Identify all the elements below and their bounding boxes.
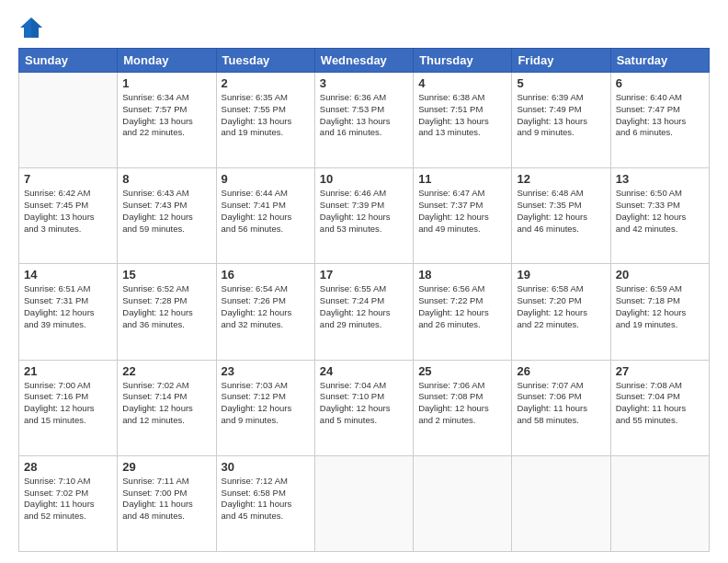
day-info: Sunrise: 7:00 AM Sunset: 7:16 PM Dayligh…	[24, 380, 112, 427]
calendar-cell: 18Sunrise: 6:56 AM Sunset: 7:22 PM Dayli…	[414, 264, 512, 360]
day-info: Sunrise: 6:46 AM Sunset: 7:39 PM Dayligh…	[320, 188, 408, 235]
day-info: Sunrise: 7:10 AM Sunset: 7:02 PM Dayligh…	[24, 476, 112, 523]
calendar-cell: 2Sunrise: 6:35 AM Sunset: 7:55 PM Daylig…	[216, 73, 314, 168]
day-number: 22	[122, 364, 210, 378]
weekday-header-row: SundayMondayTuesdayWednesdayThursdayFrid…	[19, 49, 710, 73]
calendar-cell: 25Sunrise: 7:06 AM Sunset: 7:08 PM Dayli…	[414, 360, 512, 455]
calendar-week-row: 7Sunrise: 6:42 AM Sunset: 7:45 PM Daylig…	[19, 168, 710, 264]
day-number: 3	[320, 76, 408, 90]
day-number: 26	[517, 364, 605, 378]
day-info: Sunrise: 6:40 AM Sunset: 7:47 PM Dayligh…	[616, 92, 704, 139]
day-info: Sunrise: 6:55 AM Sunset: 7:24 PM Dayligh…	[320, 283, 408, 330]
day-number: 1	[122, 76, 210, 90]
day-number: 14	[24, 268, 112, 282]
day-number: 5	[517, 76, 605, 90]
day-number: 10	[320, 172, 408, 186]
day-info: Sunrise: 6:48 AM Sunset: 7:35 PM Dayligh…	[517, 188, 605, 235]
calendar-cell: 3Sunrise: 6:36 AM Sunset: 7:53 PM Daylig…	[314, 73, 413, 168]
calendar-cell: 11Sunrise: 6:47 AM Sunset: 7:37 PM Dayli…	[414, 168, 512, 264]
day-info: Sunrise: 6:39 AM Sunset: 7:49 PM Dayligh…	[517, 92, 605, 139]
day-info: Sunrise: 6:44 AM Sunset: 7:41 PM Dayligh…	[222, 188, 310, 235]
day-number: 12	[517, 172, 605, 186]
calendar-cell: 21Sunrise: 7:00 AM Sunset: 7:16 PM Dayli…	[19, 360, 118, 455]
day-info: Sunrise: 6:52 AM Sunset: 7:28 PM Dayligh…	[122, 283, 210, 330]
calendar-cell: 30Sunrise: 7:12 AM Sunset: 6:58 PM Dayli…	[216, 455, 314, 551]
day-info: Sunrise: 6:36 AM Sunset: 7:53 PM Dayligh…	[320, 92, 408, 139]
calendar-cell: 26Sunrise: 7:07 AM Sunset: 7:06 PM Dayli…	[512, 360, 610, 455]
weekday-header-saturday: Saturday	[610, 49, 709, 73]
calendar-cell: 27Sunrise: 7:08 AM Sunset: 7:04 PM Dayli…	[610, 360, 709, 455]
calendar-cell: 17Sunrise: 6:55 AM Sunset: 7:24 PM Dayli…	[314, 264, 413, 360]
calendar-cell: 19Sunrise: 6:58 AM Sunset: 7:20 PM Dayli…	[512, 264, 610, 360]
calendar-cell	[512, 455, 610, 551]
day-info: Sunrise: 7:03 AM Sunset: 7:12 PM Dayligh…	[222, 380, 310, 427]
day-info: Sunrise: 6:59 AM Sunset: 7:18 PM Dayligh…	[616, 283, 704, 330]
weekday-header-friday: Friday	[512, 49, 610, 73]
weekday-header-thursday: Thursday	[414, 49, 512, 73]
day-info: Sunrise: 6:54 AM Sunset: 7:26 PM Dayligh…	[222, 283, 310, 330]
day-info: Sunrise: 6:47 AM Sunset: 7:37 PM Dayligh…	[418, 188, 506, 235]
calendar-cell: 23Sunrise: 7:03 AM Sunset: 7:12 PM Dayli…	[216, 360, 314, 455]
logo	[18, 15, 48, 40]
day-number: 28	[24, 460, 112, 474]
weekday-header-sunday: Sunday	[19, 49, 118, 73]
day-number: 27	[616, 364, 704, 378]
day-number: 13	[616, 172, 704, 186]
svg-marker-1	[31, 17, 42, 38]
day-number: 2	[222, 76, 310, 90]
logo-icon	[18, 15, 44, 40]
day-number: 6	[616, 76, 704, 90]
calendar-cell: 4Sunrise: 6:38 AM Sunset: 7:51 PM Daylig…	[414, 73, 512, 168]
day-number: 24	[320, 364, 408, 378]
day-info: Sunrise: 6:58 AM Sunset: 7:20 PM Dayligh…	[517, 283, 605, 330]
calendar-week-row: 28Sunrise: 7:10 AM Sunset: 7:02 PM Dayli…	[19, 455, 710, 551]
calendar-week-row: 1Sunrise: 6:34 AM Sunset: 7:57 PM Daylig…	[19, 73, 710, 168]
calendar-week-row: 21Sunrise: 7:00 AM Sunset: 7:16 PM Dayli…	[19, 360, 710, 455]
day-number: 8	[122, 172, 210, 186]
calendar-cell: 14Sunrise: 6:51 AM Sunset: 7:31 PM Dayli…	[19, 264, 118, 360]
weekday-header-monday: Monday	[118, 49, 216, 73]
day-info: Sunrise: 7:04 AM Sunset: 7:10 PM Dayligh…	[320, 380, 408, 427]
calendar-cell: 13Sunrise: 6:50 AM Sunset: 7:33 PM Dayli…	[610, 168, 709, 264]
calendar-cell	[19, 73, 118, 168]
calendar-cell	[610, 455, 709, 551]
day-number: 29	[122, 460, 210, 474]
calendar-cell: 22Sunrise: 7:02 AM Sunset: 7:14 PM Dayli…	[118, 360, 216, 455]
calendar-cell: 29Sunrise: 7:11 AM Sunset: 7:00 PM Dayli…	[118, 455, 216, 551]
day-info: Sunrise: 6:42 AM Sunset: 7:45 PM Dayligh…	[24, 188, 112, 235]
day-number: 30	[222, 460, 310, 474]
header	[18, 15, 710, 40]
calendar-cell: 15Sunrise: 6:52 AM Sunset: 7:28 PM Dayli…	[118, 264, 216, 360]
calendar-cell: 20Sunrise: 6:59 AM Sunset: 7:18 PM Dayli…	[610, 264, 709, 360]
day-info: Sunrise: 7:06 AM Sunset: 7:08 PM Dayligh…	[418, 380, 506, 427]
day-info: Sunrise: 7:08 AM Sunset: 7:04 PM Dayligh…	[616, 380, 704, 427]
weekday-header-wednesday: Wednesday	[314, 49, 413, 73]
day-number: 4	[418, 76, 506, 90]
day-number: 25	[418, 364, 506, 378]
day-info: Sunrise: 6:38 AM Sunset: 7:51 PM Dayligh…	[418, 92, 506, 139]
calendar-cell: 28Sunrise: 7:10 AM Sunset: 7:02 PM Dayli…	[19, 455, 118, 551]
day-number: 15	[122, 268, 210, 282]
day-number: 11	[418, 172, 506, 186]
day-number: 7	[24, 172, 112, 186]
day-info: Sunrise: 6:56 AM Sunset: 7:22 PM Dayligh…	[418, 283, 506, 330]
day-info: Sunrise: 7:12 AM Sunset: 6:58 PM Dayligh…	[222, 476, 310, 523]
day-number: 23	[222, 364, 310, 378]
day-info: Sunrise: 6:35 AM Sunset: 7:55 PM Dayligh…	[222, 92, 310, 139]
page: SundayMondayTuesdayWednesdayThursdayFrid…	[0, 0, 728, 563]
day-info: Sunrise: 7:11 AM Sunset: 7:00 PM Dayligh…	[122, 476, 210, 523]
calendar-cell: 1Sunrise: 6:34 AM Sunset: 7:57 PM Daylig…	[118, 73, 216, 168]
day-number: 21	[24, 364, 112, 378]
calendar-cell: 5Sunrise: 6:39 AM Sunset: 7:49 PM Daylig…	[512, 73, 610, 168]
calendar-cell: 6Sunrise: 6:40 AM Sunset: 7:47 PM Daylig…	[610, 73, 709, 168]
calendar-cell: 10Sunrise: 6:46 AM Sunset: 7:39 PM Dayli…	[314, 168, 413, 264]
calendar-cell: 24Sunrise: 7:04 AM Sunset: 7:10 PM Dayli…	[314, 360, 413, 455]
day-number: 17	[320, 268, 408, 282]
weekday-header-tuesday: Tuesday	[216, 49, 314, 73]
calendar-cell	[414, 455, 512, 551]
day-info: Sunrise: 6:50 AM Sunset: 7:33 PM Dayligh…	[616, 188, 704, 235]
calendar-cell	[314, 455, 413, 551]
day-info: Sunrise: 6:51 AM Sunset: 7:31 PM Dayligh…	[24, 283, 112, 330]
calendar-cell: 16Sunrise: 6:54 AM Sunset: 7:26 PM Dayli…	[216, 264, 314, 360]
day-number: 19	[517, 268, 605, 282]
